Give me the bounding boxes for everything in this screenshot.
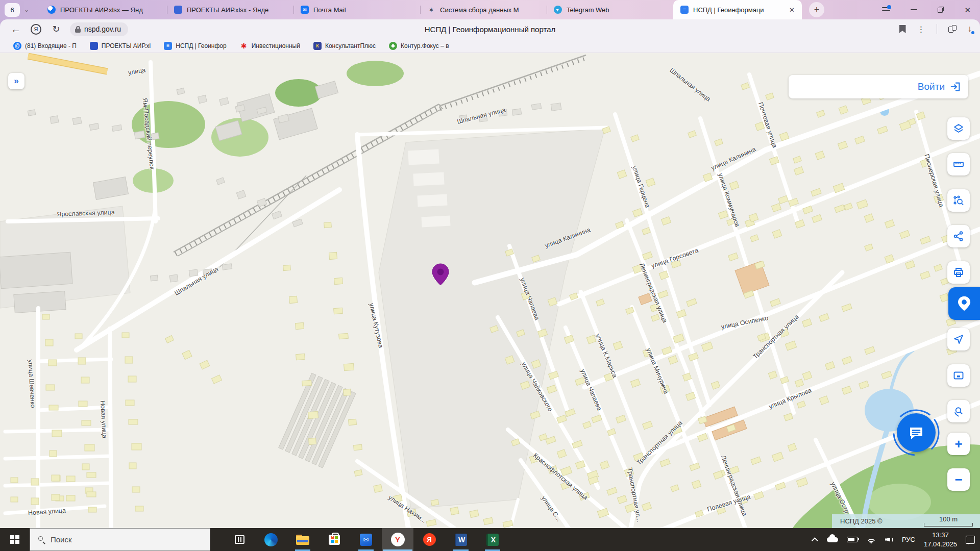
layers-icon — [952, 122, 965, 135]
task-view-button[interactable] — [224, 528, 255, 551]
toolbar-separator — [937, 24, 937, 34]
map-pin[interactable] — [432, 263, 449, 286]
bookmark-item[interactable]: Контур.Фокус – в — [389, 42, 449, 50]
nspd-icon: ≡ — [164, 42, 172, 50]
object-search-icon — [952, 194, 965, 207]
zoom-out-button[interactable]: − — [947, 468, 970, 491]
browser-tab[interactable]: ➤Telegram Web — [547, 0, 673, 19]
file-explorer-icon — [296, 535, 309, 545]
onedrive-icon[interactable] — [827, 537, 838, 542]
scale-bar: 100 m — [924, 516, 973, 527]
taskbar-yandex[interactable]: Я — [413, 528, 445, 551]
clock[interactable]: 13:37 17.04.2025 — [924, 531, 957, 548]
zoom-in-button[interactable]: + — [947, 433, 970, 455]
scale-label: 100 m — [924, 516, 973, 522]
print-icon — [952, 266, 965, 279]
taskbar-search[interactable]: Поиск — [30, 528, 210, 551]
doc-blue-icon — [90, 42, 98, 50]
browser-tab[interactable]: ≡НСПД | Геоинформаци✕ — [673, 0, 802, 19]
assistant-icon — [955, 295, 973, 312]
more-options-icon[interactable]: ⋮ — [917, 24, 925, 34]
bookmark-label: Контур.Фокус – в — [401, 42, 449, 49]
pin-search-button[interactable] — [947, 400, 970, 422]
toolbar-actions: ⋮ ↓ — [899, 19, 972, 39]
tray-chevron-icon[interactable] — [812, 537, 818, 544]
chat-widget[interactable] — [892, 408, 941, 457]
wifi-icon[interactable] — [866, 536, 876, 543]
assistant-button[interactable] — [948, 287, 980, 320]
notification-center-icon[interactable] — [966, 536, 975, 544]
minimap-icon — [952, 369, 965, 382]
back-button[interactable]: ← — [7, 23, 24, 35]
login-panel[interactable]: Войти — [789, 75, 968, 98]
chat-button[interactable] — [897, 413, 936, 452]
start-button[interactable] — [0, 528, 30, 551]
taskbar-yandex-browser[interactable]: Y — [382, 528, 413, 551]
bookmark-item[interactable]: ККонсультантПлюс — [313, 42, 376, 50]
locate-button[interactable] — [947, 328, 970, 350]
language-indicator[interactable]: РУС — [902, 536, 915, 543]
bookmarks-bar: @(81) Входящие - ППРОЕКТЫ АИР.xl≡НСПД | … — [0, 39, 980, 53]
screen: 6 ⌄ ПРОЕКТЫ АИР.xlsx — ЯндПРОЕКТЫ АИР.xl… — [0, 0, 980, 551]
minimap-button[interactable] — [947, 364, 970, 387]
bookmark-ic[interactable] — [899, 25, 906, 33]
browser-menu-icon[interactable] — [882, 7, 890, 13]
sidebar-expand-button[interactable]: » — [8, 73, 24, 89]
bookmark-item[interactable]: ✱Инвестиционный — [240, 42, 300, 50]
taskbar-store[interactable] — [318, 528, 350, 551]
bookmark-item[interactable]: ≡НСПД | Геоинфор — [164, 42, 226, 50]
url-text: nspd.gov.ru — [84, 25, 121, 33]
login-label: Войти — [918, 81, 945, 92]
window-minimize-button[interactable] — [911, 9, 917, 10]
bookmark-label: Инвестиционный — [252, 42, 300, 49]
browser-tab[interactable]: ✶Система сбора данных М — [420, 0, 547, 19]
share-icon — [952, 230, 965, 242]
browser-tab[interactable]: ПРОЕКТЫ АИР.xlsx - Янде — [167, 0, 293, 19]
address-bar[interactable]: nspd.gov.ru — [70, 22, 128, 36]
mailru-at-icon: @ — [13, 42, 21, 50]
layers-button[interactable] — [947, 117, 970, 140]
map-canvas[interactable]: Шпальная улицаШпальная улицаПочтовая ули… — [0, 53, 980, 528]
battery-icon[interactable] — [847, 537, 857, 542]
collections-icon[interactable] — [948, 25, 957, 33]
bookmark-item[interactable]: ПРОЕКТЫ АИР.xl — [90, 42, 151, 50]
volume-icon[interactable] — [885, 536, 893, 543]
edge-icon — [264, 533, 278, 546]
tab-counter-button[interactable]: 6 — [5, 3, 20, 17]
tab-label: НСПД | Геоинформаци — [693, 6, 783, 14]
reload-button[interactable]: ↻ — [47, 23, 65, 35]
browser-tab[interactable]: ПРОЕКТЫ АИР.xlsx — Янд — [40, 0, 167, 19]
new-tab-button[interactable]: + — [809, 2, 824, 17]
browser-toolbar: ← Я ↻ nspd.gov.ru НСПД | Геоинформационн… — [0, 19, 980, 39]
yandex-logo-icon[interactable]: Я — [31, 24, 41, 35]
bookmark-item[interactable]: @(81) Входящие - П — [13, 42, 77, 50]
map-attribution-bar: НСПД 2025 © 100 m — [832, 514, 980, 528]
share-button[interactable] — [947, 225, 970, 247]
taskbar-excel[interactable]: X — [477, 528, 508, 551]
bookmark-label: НСПД | Геоинфор — [176, 42, 226, 49]
tab-label: Telegram Web — [567, 6, 667, 14]
window-close-button[interactable]: ✕ — [964, 6, 971, 14]
window-restore-button[interactable] — [938, 7, 944, 13]
chat-bubble-icon — [906, 422, 926, 443]
taskbar-word[interactable]: W — [445, 528, 477, 551]
tab-label: Почта Mail — [313, 6, 414, 14]
taskbar-explorer[interactable] — [287, 528, 318, 551]
taskbar-edge[interactable] — [255, 528, 287, 551]
tab-list-chevron-icon[interactable]: ⌄ — [20, 3, 33, 16]
object-search-button[interactable] — [947, 189, 970, 212]
downloads-icon[interactable]: ↓ — [968, 24, 972, 34]
taskbar-mail[interactable]: ✉ — [350, 528, 382, 551]
print-button[interactable] — [947, 261, 970, 284]
browser-tab[interactable]: ✉Почта Mail — [293, 0, 420, 19]
tab-label: Система сбора данных М — [440, 6, 541, 14]
ruler-button[interactable] — [947, 153, 970, 176]
word-icon: W — [455, 534, 467, 546]
tab-close-icon[interactable]: ✕ — [788, 6, 796, 14]
excel-icon: X — [486, 534, 499, 546]
login-icon — [950, 81, 961, 92]
yandex-icon: Я — [423, 533, 436, 546]
tray-date: 17.04.2025 — [924, 540, 957, 549]
kontur-icon — [389, 42, 397, 50]
map-graphics — [0, 53, 980, 528]
